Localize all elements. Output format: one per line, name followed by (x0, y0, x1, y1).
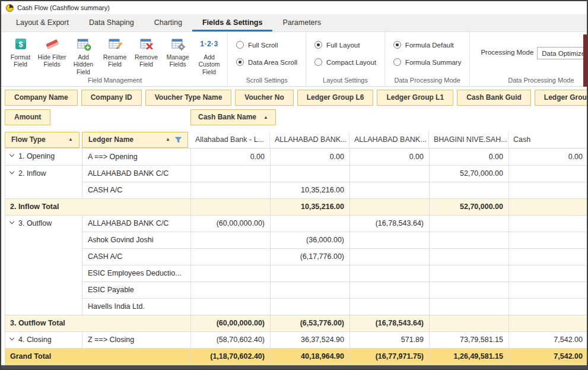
table-row: 4. Closing Z ==> Closing (58,70,602.40) … (5, 331, 588, 348)
add-hidden-field-button[interactable]: Add Hidden Field (68, 34, 99, 76)
ledger-cell: ESIC Employees Deductio... (82, 265, 191, 282)
tab-charting[interactable]: Charting (144, 14, 192, 31)
flow-group-cell[interactable]: 1. Opening (5, 148, 82, 165)
amount-cell: (1,18,70,602.40) (191, 348, 271, 365)
table-row: 2. Inflow ALLAHABAD BANK C/C 52,70,000.0… (5, 165, 588, 182)
amount-cell: 7,542.00 (509, 331, 588, 348)
column-header-bhagini: BHAGINI NIVE.SAH... (429, 131, 508, 148)
radio-data-area-scroll[interactable]: Data Area Scroll (236, 58, 297, 66)
amount-cell (191, 198, 271, 215)
radio-unchecked-icon (314, 58, 322, 66)
eraser-icon (45, 36, 60, 52)
radio-formula-summary[interactable]: Formula Summary (393, 58, 462, 66)
column-header-cash: Cash (508, 131, 588, 148)
filter-field-voucher-type-name[interactable]: Voucher Type Name (145, 90, 232, 106)
amount-cell (430, 282, 509, 298)
amount-cell (509, 265, 588, 282)
hide-filter-fields-button[interactable]: Hide Filter Fields (36, 34, 68, 76)
amount-cell (509, 182, 588, 198)
ribbon: $ Format Field Hide Filter Fields Add Hi… (1, 32, 587, 87)
amount-cell (350, 298, 430, 315)
remove-field-button[interactable]: Remove Field (131, 34, 162, 76)
filter-field-ledger-group-l1[interactable]: Ledger Group L1 (377, 90, 453, 106)
amount-cell: 7,542.00 (509, 348, 588, 365)
amount-cell (430, 215, 509, 232)
group-label-data-processing-mode: Data Processing Mode (387, 76, 468, 86)
rename-field-icon (107, 36, 123, 52)
chevron-down-icon[interactable] (9, 219, 14, 223)
filter-field-voucher-no[interactable]: Voucher No (235, 90, 293, 106)
column-field-cash-bank-name[interactable]: Cash Bank Name ▲ (190, 109, 276, 125)
amount-cell: (6,17,776.00) (271, 248, 350, 265)
ledger-cell: CASH A/C (82, 248, 191, 265)
group-label-layout-settings: Layout Settings (309, 76, 382, 86)
filter-field-cash-bank-guid[interactable]: Cash Bank Guid (457, 90, 531, 106)
manage-fields-button[interactable]: Manage Fields (162, 34, 193, 76)
amount-cell (350, 248, 430, 265)
tab-parameters[interactable]: Parameters (272, 14, 331, 31)
format-field-button[interactable]: $ Format Field (5, 34, 36, 76)
group-label-scroll-settings: Scroll Settings (230, 76, 303, 86)
chevron-down-icon[interactable] (9, 169, 14, 173)
filter-field-ledger-group-l6[interactable]: Ledger Group L6 (297, 90, 374, 106)
filter-icon[interactable] (175, 137, 182, 143)
ribbon-tab-bar: Layout & Export Data Shaping Charting Fi… (1, 14, 587, 32)
tab-data-shaping[interactable]: Data Shaping (79, 14, 144, 31)
table-row: ESIC Payable (5, 282, 588, 298)
manage-fields-icon (170, 36, 186, 52)
total-row-label: 3. Outflow Total (5, 315, 191, 331)
amount-cell (509, 282, 588, 298)
app-icon (6, 4, 14, 12)
total-row-label: 2. Inflow Total (5, 198, 191, 215)
amount-cell: 0.00 (191, 148, 271, 165)
flow-group-cell[interactable]: 2. Inflow (5, 165, 82, 198)
tab-layout-export[interactable]: Layout & Export (6, 14, 79, 31)
table-row: Ashok Govind Joshi (36,000.00) (5, 232, 588, 248)
amount-cell (350, 182, 430, 198)
chevron-down-icon[interactable] (9, 152, 14, 157)
data-field-amount[interactable]: Amount (5, 109, 50, 125)
radio-compact-layout[interactable]: Compact Layout (314, 58, 376, 66)
amount-cell (509, 215, 588, 232)
flow-group-cell[interactable]: 4. Closing (5, 331, 82, 348)
flow-group-cell[interactable]: 3. Outflow (5, 215, 82, 315)
add-custom-field-button[interactable]: 1·2·3 Add Custom Field (193, 34, 225, 76)
rename-field-button[interactable]: Rename Field (99, 34, 131, 76)
scroll-settings-group: Full Scroll Data Area Scroll Scroll Sett… (228, 32, 306, 86)
pivot-table: 1. Opening A ==> Opening 0.00 0.00 0.00 … (5, 148, 588, 365)
ledger-cell: ALLAHABAD BANK C/C (82, 165, 191, 182)
radio-full-scroll[interactable]: Full Scroll (236, 41, 297, 49)
amount-cell (191, 165, 271, 182)
column-header-allahabad-bank-3: ALLAHABAD BANK... (349, 131, 429, 148)
sort-asc-icon: ▲ (263, 115, 268, 120)
amount-cell: 52,70,000.00 (430, 165, 509, 182)
table-row: 1. Opening A ==> Opening 0.00 0.00 0.00 … (5, 148, 588, 165)
amount-cell: 571.89 (350, 331, 430, 348)
column-header-allahabad-bank-2: ALLAHABAD BANK... (270, 131, 349, 148)
tab-fields-settings[interactable]: Fields & Settings (192, 14, 272, 31)
ledger-name-header[interactable]: Ledger Name ▲ (82, 132, 188, 148)
table-row: CASH A/C (6,17,776.00) (5, 248, 588, 265)
amount-cell: 10,35,216.00 (271, 182, 350, 198)
ledger-cell: Ashok Govind Joshi (82, 232, 191, 248)
radio-full-layout[interactable]: Full Layout (314, 41, 376, 49)
filter-field-ledger-group[interactable]: Ledger Group (535, 90, 587, 106)
radio-formula-default[interactable]: Formula Default (393, 41, 462, 49)
radio-checked-icon (314, 41, 322, 49)
amount-cell (271, 265, 350, 282)
chevron-down-icon[interactable] (9, 335, 14, 340)
grand-total-label: Grand Total (5, 348, 191, 365)
amount-cell (191, 298, 271, 315)
column-header-allahabad-bank-l: Allahabad Bank - L... (190, 131, 270, 148)
amount-cell: 73,79,581.15 (430, 331, 509, 348)
amount-cell (509, 232, 588, 248)
amount-cell (509, 248, 588, 265)
flow-type-header[interactable]: Flow Type ▲ (5, 132, 80, 148)
radio-checked-icon (393, 41, 401, 49)
processing-mode-dropdown[interactable]: Data Optimized ▾ (537, 47, 588, 59)
filter-field-company-id[interactable]: Company ID (81, 90, 142, 106)
svg-text:$: $ (18, 40, 23, 49)
filter-field-company-name[interactable]: Company Name (5, 90, 78, 106)
amount-cell (191, 182, 271, 198)
amount-cell: (60,00,000.00) (191, 215, 271, 232)
